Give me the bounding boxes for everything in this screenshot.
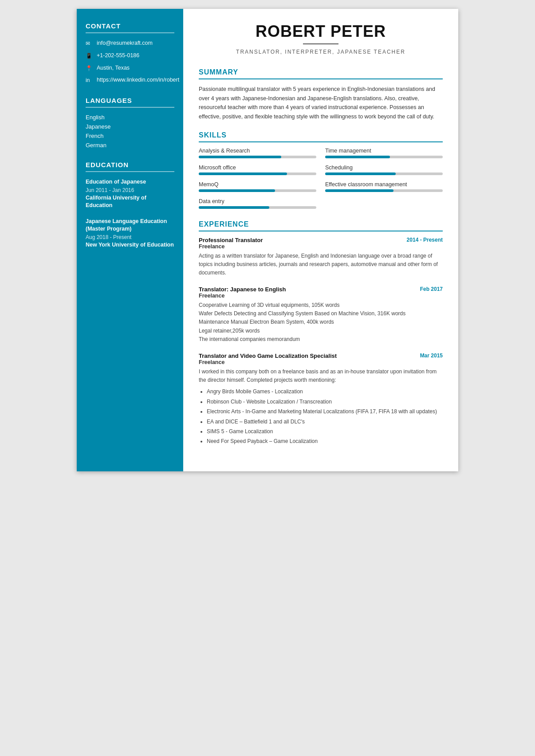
resume-wrapper: CONTACT ✉info@resumekraft.com📱+1-202-555… xyxy=(77,9,458,471)
contact-item: 📍Austin, Texas xyxy=(86,64,174,72)
exp-title: Translator and Video Game Localization S… xyxy=(199,353,337,359)
skills-divider xyxy=(199,141,443,142)
contact-divider xyxy=(86,32,174,33)
skill-bar-fill xyxy=(325,172,396,175)
contact-text-3: https://www.linkedin.com/in/robert xyxy=(97,76,179,84)
language-item: English xyxy=(86,114,174,121)
languages-divider xyxy=(86,107,174,108)
exp-header: Professional Translator 2014 - Present xyxy=(199,237,443,243)
contact-icon-3: in xyxy=(86,77,94,84)
language-item: French xyxy=(86,133,174,139)
contact-text-2: Austin, Texas xyxy=(97,64,130,72)
skill-bar-fill xyxy=(325,189,393,192)
list-item: Need For Speed Payback – Game Localizati… xyxy=(207,437,443,446)
edu-degree: Japanese Language Education (Master Prog… xyxy=(86,218,174,233)
list-item: Electronic Arts - In-Game and Marketing … xyxy=(207,407,443,416)
experience-heading: EXPERIENCE xyxy=(199,220,443,228)
skill-item: Data entry xyxy=(199,198,316,209)
skill-bar-fill xyxy=(199,172,287,175)
experience-divider xyxy=(199,231,443,231)
contact-section: CONTACT ✉info@resumekraft.com📱+1-202-555… xyxy=(86,22,174,84)
exp-header: Translator: Japanese to English Feb 2017 xyxy=(199,286,443,293)
exp-header: Translator and Video Game Localization S… xyxy=(199,353,443,359)
summary-section: SUMMARY Passionate multilingual translat… xyxy=(199,68,443,121)
list-item: EA and DICE – Battlefield 1 and all DLC'… xyxy=(207,417,443,426)
exp-company: Freelance xyxy=(199,243,443,250)
education-item: Japanese Language Education (Master Prog… xyxy=(86,218,174,249)
skill-item: Analysis & Research xyxy=(199,148,316,158)
skill-label: Analysis & Research xyxy=(199,148,316,154)
education-divider xyxy=(86,171,174,172)
exp-date: Mar 2015 xyxy=(420,353,443,359)
contact-icon-2: 📍 xyxy=(86,65,94,72)
experience-item: Professional Translator 2014 - Present F… xyxy=(199,237,443,278)
contact-items: ✉info@resumekraft.com📱+1-202-555-0186📍Au… xyxy=(86,39,174,84)
skill-item: Effective classroom management xyxy=(325,181,443,192)
skill-bar-bg xyxy=(199,172,316,175)
skill-label: Data entry xyxy=(199,198,316,204)
list-item: SIMS 5 - Game Localization xyxy=(207,427,443,436)
skill-item: Scheduling xyxy=(325,165,443,175)
edu-degree: Education of Japanese xyxy=(86,178,174,186)
skill-item: MemoQ xyxy=(199,181,316,192)
skills-heading: SKILLS xyxy=(199,131,443,139)
skill-label: Microsoft office xyxy=(199,165,316,171)
summary-text: Passionate multilingual translator with … xyxy=(199,85,443,121)
skills-grid: Analysis & Research Time management Micr… xyxy=(199,148,443,211)
edu-school: New York University of Education xyxy=(86,241,174,249)
exp-title: Professional Translator xyxy=(199,237,263,243)
education-section: EDUCATION Education of Japanese Jun 2011… xyxy=(86,161,174,249)
sidebar: CONTACT ✉info@resumekraft.com📱+1-202-555… xyxy=(77,9,183,471)
skill-bar-bg xyxy=(199,189,316,192)
contact-item: ✉info@resumekraft.com xyxy=(86,39,174,47)
exp-desc: Cooperative Learning of 3D virtual equip… xyxy=(199,301,443,344)
skill-item: Time management xyxy=(325,148,443,158)
skill-label: Effective classroom management xyxy=(325,181,443,188)
contact-icon-1: 📱 xyxy=(86,52,94,60)
summary-divider xyxy=(199,78,443,79)
contact-heading: CONTACT xyxy=(86,22,174,30)
exp-company: Freelance xyxy=(199,359,443,365)
language-item: Japanese xyxy=(86,123,174,130)
experience-list: Professional Translator 2014 - Present F… xyxy=(199,237,443,446)
languages-heading: LANGUAGES xyxy=(86,97,174,104)
edu-date: Jun 2011 - Jan 2016 xyxy=(86,187,174,193)
skill-label: Time management xyxy=(325,148,443,154)
skill-bar-bg xyxy=(199,156,316,158)
contact-item: inhttps://www.linkedin.com/in/robert xyxy=(86,76,174,84)
name-divider xyxy=(303,43,338,44)
education-item: Education of Japanese Jun 2011 - Jan 201… xyxy=(86,178,174,210)
exp-date: 2014 - Present xyxy=(407,237,443,243)
skill-label: MemoQ xyxy=(199,181,316,188)
skill-bar-bg xyxy=(325,172,443,175)
education-heading: EDUCATION xyxy=(86,161,174,168)
list-item: Robinson Club - Website Localization / T… xyxy=(207,397,443,406)
exp-date: Feb 2017 xyxy=(420,286,443,292)
exp-list: Angry Birds Mobile Games - LocalizationR… xyxy=(199,387,443,446)
skill-bar-bg xyxy=(199,206,316,209)
skill-item: Microsoft office xyxy=(199,165,316,175)
resume-header: ROBERT PETER TRANSLATOR, INTERPRETER, JA… xyxy=(199,22,443,59)
languages-list: EnglishJapaneseFrenchGerman xyxy=(86,114,174,149)
candidate-name: ROBERT PETER xyxy=(199,22,443,41)
edu-date: Aug 2018 - Present xyxy=(86,234,174,240)
exp-title: Translator: Japanese to English xyxy=(199,286,286,293)
skill-bar-bg xyxy=(325,156,443,158)
summary-heading: SUMMARY xyxy=(199,68,443,76)
skill-bar-fill xyxy=(199,189,275,192)
exp-desc: I worked in this company both on a freel… xyxy=(199,368,443,384)
exp-desc: Acting as a written translator for Japan… xyxy=(199,252,443,278)
exp-company: Freelance xyxy=(199,293,443,299)
skill-bar-fill xyxy=(199,156,281,158)
list-item: Angry Birds Mobile Games - Localization xyxy=(207,387,443,396)
education-list: Education of Japanese Jun 2011 - Jan 201… xyxy=(86,178,174,249)
skill-bar-bg xyxy=(325,189,443,192)
experience-item: Translator and Video Game Localization S… xyxy=(199,353,443,446)
skill-bar-fill xyxy=(325,156,390,158)
edu-school: California University of Education xyxy=(86,194,174,210)
experience-section: EXPERIENCE Professional Translator 2014 … xyxy=(199,220,443,446)
skill-bar-fill xyxy=(199,206,269,209)
contact-icon-0: ✉ xyxy=(86,40,94,47)
languages-section: LANGUAGES EnglishJapaneseFrenchGerman xyxy=(86,97,174,149)
skills-section: SKILLS Analysis & Research Time manageme… xyxy=(199,131,443,211)
